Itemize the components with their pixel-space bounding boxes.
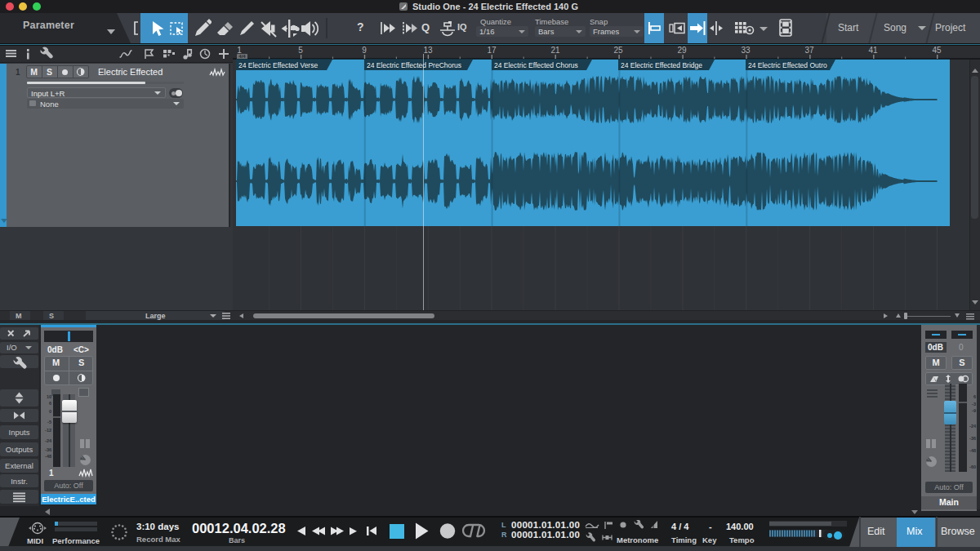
svg-text:25: 25	[613, 46, 623, 55]
svg-text:21: 21	[550, 46, 560, 55]
svg-text:41: 41	[868, 46, 878, 55]
svg-text:17: 17	[487, 46, 497, 55]
svg-text:9: 9	[362, 46, 367, 55]
svg-text:37: 37	[804, 46, 814, 55]
svg-text:5: 5	[298, 46, 303, 55]
svg-text:45: 45	[932, 46, 942, 55]
svg-text:13: 13	[423, 46, 433, 55]
svg-text:33: 33	[741, 46, 751, 55]
svg-text:29: 29	[677, 46, 687, 55]
